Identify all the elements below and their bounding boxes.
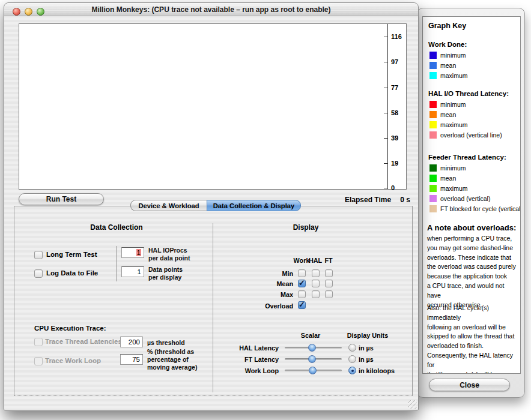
minimize-window-icon[interactable] [25,8,32,16]
hal-latency-us-radio[interactable] [348,344,356,352]
ft-latency-slider-thumb[interactable] [308,355,316,363]
display-units-header: Display Units [338,332,398,339]
divider [116,246,117,281]
us-threshold-field[interactable]: 200 [120,337,143,347]
note-title: A note about overloads: [427,223,516,232]
trace-work-loop-label: Trace Work Loop [45,357,101,364]
hal-ioprocs-label: HAL IOProcs [148,247,187,254]
checkbox-max-hal[interactable] [312,290,320,298]
display-header: Display [213,223,399,232]
color-swatch [429,101,437,108]
key-section-work-done: Work Done: [428,41,467,48]
color-swatch [429,185,437,192]
elapsed-time-label: Elapsed Time [345,196,391,204]
checkbox-overload-work[interactable] [298,301,306,309]
log-data-to-file-checkbox[interactable] [34,269,43,278]
y-axis-tick [384,188,388,188]
matrix-row-overload-label: Overload [245,302,293,310]
tab-bar: Device & Workload Data Collection & Disp… [130,200,301,211]
key-section-hal-latency: HAL I/O Thread Latency: [428,90,509,97]
legend-item: mean [429,175,456,182]
legend-item: maximum [429,185,468,192]
matrix-row-max-label: Max [245,291,293,298]
legend-item: minimum [429,52,466,59]
work-loop-unit-label: in kiloloops [359,367,395,374]
trace-work-loop-checkbox[interactable] [34,357,43,365]
work-loop-kiloloops-radio[interactable] [348,367,356,374]
elapsed-time-value: 0 s [385,196,410,204]
y-axis-label: 77 [391,84,407,91]
color-swatch [429,205,437,212]
y-axis [387,24,388,189]
desktop: Graph Key Work Done: minimum mean maximu… [0,0,531,420]
run-test-button[interactable]: Run Test [19,193,104,205]
legend-item: overload (vertical) [429,195,490,202]
legend-item: mean [429,111,456,118]
long-term-test-checkbox[interactable] [34,251,43,259]
graph-plot-area: 116 97 77 58 39 19 0 [19,23,407,190]
hal-ioprocs-field[interactable]: 1 [121,247,144,258]
tab-data-collection-display[interactable]: Data Collection & Display [207,200,301,211]
checkbox-mean-hal[interactable] [312,280,320,287]
y-axis-tick [384,138,388,139]
percent-threshold-label: % (threshold as [147,348,194,355]
legend-item: maximum [429,121,468,128]
data-collection-header: Data Collection [38,223,195,232]
hal-ioprocs-label: per data point [148,254,190,262]
hal-latency-slider-label: HAL Latency [231,344,279,352]
graph-key-title: Graph Key [428,22,466,30]
legend-item: overload (vertical line) [429,131,502,139]
checkbox-max-ft[interactable] [325,290,333,298]
cpu-trace-header: CPU Execution Trace: [34,325,106,332]
y-axis-label: 19 [391,160,407,167]
legend-item: minimum [429,164,466,172]
zoom-window-icon[interactable] [37,8,44,16]
legend-item: FT blocked for cycle (vertical) [429,205,521,212]
matrix-col-ft: FT [320,257,338,264]
graph-key-panel: Graph Key Work Done: minimum mean maximu… [422,16,521,374]
key-section-feeder-latency: Feeder Thread Latency: [428,154,506,161]
checkbox-min-ft[interactable] [325,269,333,277]
color-swatch [429,131,437,139]
color-swatch [429,121,437,128]
color-swatch [429,72,437,79]
checkbox-min-hal[interactable] [312,269,320,277]
y-axis-label: 39 [391,134,407,142]
checkbox-max-work[interactable] [298,290,306,298]
color-swatch [429,52,437,59]
hal-latency-unit-label: in µs [359,344,374,352]
checkbox-mean-ft[interactable] [325,280,333,287]
legend-item: mean [429,62,456,69]
work-loop-slider-thumb[interactable] [309,367,317,374]
close-window-icon[interactable] [13,8,20,16]
checkbox-mean-work[interactable] [298,280,306,287]
ft-latency-us-radio[interactable] [348,355,356,363]
percent-threshold-field[interactable]: 75 [120,354,143,365]
window-title: Million Monkeys: (CPU trace not availabl… [52,5,370,14]
us-threshold-label: µs threshold [147,339,185,346]
trace-thread-latencies-checkbox[interactable] [34,338,43,346]
note-paragraph-2: Also: the HAL cycle(s) immediately follo… [427,304,520,374]
legend-item: maximum [429,72,468,79]
trace-thread-latencies-label: Trace Thread Latencies [45,338,122,345]
color-swatch [429,195,437,202]
data-points-field[interactable]: 1 [121,266,144,277]
title-bar[interactable]: Million Monkeys: (CPU trace not availabl… [4,3,418,16]
y-axis-tick [384,37,388,37]
resize-grip[interactable] [408,400,417,409]
data-points-label: Data points [148,266,183,273]
ft-latency-unit-label: in µs [359,356,374,363]
matrix-row-min-label: Min [245,270,293,277]
legend-item: minimum [429,101,466,108]
color-swatch [429,62,437,69]
hal-latency-slider-thumb[interactable] [308,344,316,352]
checkbox-min-work[interactable] [298,269,306,277]
percent-threshold-label: moving average) [147,364,197,371]
scalar-header: Scalar [287,332,335,339]
tab-device-workload[interactable]: Device & Workload [130,200,207,211]
y-axis-label: 0 [391,184,407,191]
percent-threshold-label: percentage of [147,356,189,363]
close-button[interactable]: Close [429,379,510,391]
y-axis-tick [384,113,388,113]
color-swatch [429,111,437,118]
